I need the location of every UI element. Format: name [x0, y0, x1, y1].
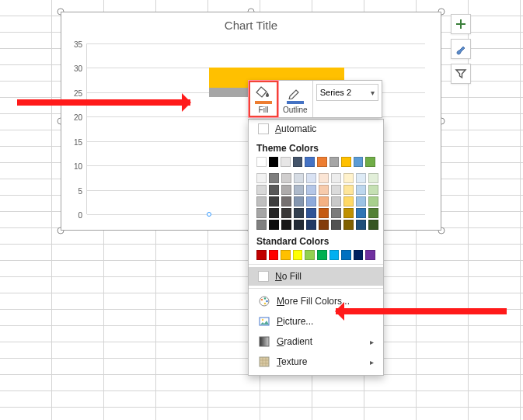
theme-swatch[interactable]: [281, 196, 291, 207]
theme-swatch[interactable]: [256, 220, 267, 230]
outline-dropdown-button[interactable]: Outline: [278, 81, 312, 117]
svg-rect-8: [260, 357, 269, 366]
theme-swatch[interactable]: [329, 157, 340, 167]
ytick-35: 35: [74, 40, 82, 49]
theme-swatch[interactable]: [356, 220, 366, 230]
theme-swatch[interactable]: [343, 185, 354, 195]
svg-rect-7: [260, 337, 269, 346]
theme-swatch[interactable]: [368, 208, 378, 218]
standard-swatch[interactable]: [317, 250, 327, 260]
chevron-right-icon: ▸: [370, 338, 374, 346]
chevron-right-icon: ▸: [370, 358, 374, 366]
theme-swatch[interactable]: [319, 208, 329, 218]
theme-swatch[interactable]: [281, 208, 291, 218]
bucket-icon: [255, 85, 272, 99]
theme-swatch[interactable]: [368, 173, 378, 183]
menu-no-fill[interactable]: No Fill: [249, 267, 383, 286]
theme-swatch[interactable]: [368, 220, 378, 230]
theme-swatch[interactable]: [306, 208, 316, 218]
theme-swatch[interactable]: [269, 173, 279, 183]
theme-swatch[interactable]: [269, 185, 279, 195]
theme-swatch[interactable]: [356, 173, 366, 183]
menu-separator: [249, 288, 383, 289]
theme-swatch[interactable]: [343, 196, 354, 207]
theme-swatch[interactable]: [368, 185, 378, 195]
standard-swatch[interactable]: [269, 250, 279, 260]
theme-swatch[interactable]: [256, 157, 267, 167]
standard-swatch[interactable]: [305, 250, 315, 260]
theme-colors-header: Theme Colors: [249, 138, 383, 155]
theme-swatch[interactable]: [256, 196, 267, 207]
chart-styles-button[interactable]: [451, 39, 471, 59]
standard-swatch[interactable]: [329, 250, 340, 260]
ytick-25: 25: [74, 89, 82, 97]
theme-swatch[interactable]: [306, 196, 316, 207]
standard-swatch[interactable]: [354, 250, 364, 260]
theme-swatch[interactable]: [331, 173, 341, 183]
fill-dropdown-button[interactable]: Fill: [249, 81, 278, 117]
theme-swatch[interactable]: [306, 185, 316, 195]
chart-title[interactable]: Chart Title: [61, 19, 441, 32]
standard-swatch[interactable]: [281, 250, 291, 260]
theme-swatch[interactable]: [354, 157, 364, 167]
ytick-20: 20: [74, 113, 82, 122]
theme-swatch[interactable]: [343, 220, 354, 230]
theme-swatch[interactable]: [306, 173, 316, 183]
theme-swatch[interactable]: [269, 157, 279, 167]
theme-swatch[interactable]: [356, 196, 366, 207]
theme-swatch[interactable]: [281, 173, 291, 183]
theme-swatch[interactable]: [331, 196, 341, 207]
theme-swatch[interactable]: [256, 208, 267, 218]
theme-swatch[interactable]: [331, 220, 341, 230]
series-anchor[interactable]: [207, 212, 211, 217]
menu-texture[interactable]: Texture ▸: [249, 352, 383, 372]
menu-gradient[interactable]: Gradient ▸: [249, 331, 383, 352]
theme-swatch[interactable]: [269, 220, 279, 230]
standard-swatch[interactable]: [293, 250, 303, 260]
theme-swatch[interactable]: [319, 220, 329, 230]
theme-swatch[interactable]: [368, 196, 378, 207]
theme-swatch[interactable]: [331, 185, 341, 195]
theme-swatch[interactable]: [294, 173, 304, 183]
texture-icon: [258, 356, 270, 368]
automatic-swatch: [258, 123, 269, 134]
theme-swatch[interactable]: [269, 196, 279, 207]
theme-swatch[interactable]: [341, 157, 351, 167]
theme-swatch[interactable]: [281, 220, 291, 230]
standard-swatch[interactable]: [365, 250, 375, 260]
series-combo[interactable]: Series 2 ▾: [316, 84, 378, 101]
theme-swatch[interactable]: [306, 220, 316, 230]
theme-swatch[interactable]: [356, 185, 366, 195]
theme-swatch[interactable]: [365, 157, 375, 167]
theme-swatch[interactable]: [317, 157, 327, 167]
theme-swatch[interactable]: [294, 196, 304, 207]
theme-swatch[interactable]: [281, 157, 291, 167]
theme-swatch[interactable]: [331, 208, 341, 218]
theme-swatch[interactable]: [356, 208, 366, 218]
theme-swatch[interactable]: [256, 185, 267, 195]
theme-swatch[interactable]: [281, 185, 291, 195]
standard-swatch[interactable]: [341, 250, 351, 260]
picture-icon: [258, 315, 270, 328]
chart-elements-button[interactable]: [451, 14, 471, 34]
chart-filters-button[interactable]: [451, 64, 471, 84]
ytick-30: 30: [74, 64, 82, 73]
theme-swatch[interactable]: [294, 208, 304, 218]
fill-current-swatch: [255, 101, 272, 104]
standard-swatch[interactable]: [256, 250, 267, 260]
gradient-icon: [258, 335, 270, 348]
theme-swatch[interactable]: [294, 220, 304, 230]
theme-swatch[interactable]: [319, 185, 329, 195]
theme-swatch[interactable]: [305, 157, 315, 167]
no-fill-swatch: [258, 271, 269, 282]
theme-swatch[interactable]: [343, 173, 354, 183]
theme-swatch[interactable]: [294, 185, 304, 195]
theme-swatch[interactable]: [269, 208, 279, 218]
theme-swatch[interactable]: [319, 196, 329, 207]
theme-swatch[interactable]: [343, 208, 354, 218]
theme-swatch[interactable]: [293, 157, 303, 167]
theme-swatch[interactable]: [256, 173, 267, 183]
theme-swatch[interactable]: [319, 173, 329, 183]
menu-automatic[interactable]: Automatic: [249, 120, 383, 138]
svg-point-1: [261, 299, 263, 301]
